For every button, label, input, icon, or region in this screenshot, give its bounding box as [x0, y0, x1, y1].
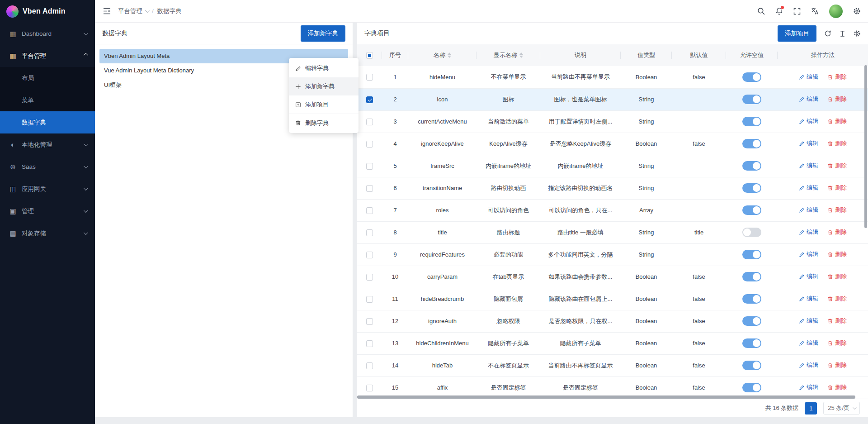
allow-null-toggle[interactable]	[742, 272, 761, 281]
row-checkbox[interactable]	[366, 207, 373, 214]
allow-null-toggle[interactable]	[742, 72, 761, 82]
allow-null-toggle[interactable]	[742, 205, 761, 215]
add-item-button[interactable]: 添加项目	[778, 25, 816, 42]
settings-gear-icon[interactable]	[853, 7, 861, 15]
notification-bell-icon[interactable]	[775, 7, 783, 15]
delete-button[interactable]: 删除	[827, 117, 847, 125]
delete-button[interactable]: 删除	[827, 184, 847, 192]
allow-null-toggle[interactable]	[742, 250, 761, 259]
allow-null-toggle[interactable]	[742, 294, 761, 304]
column-header-1[interactable]: 名称	[408, 44, 476, 66]
allow-null-toggle[interactable]	[742, 95, 761, 104]
edit-button[interactable]: 编辑	[799, 361, 818, 369]
edit-button[interactable]: 编辑	[799, 95, 818, 103]
delete-button[interactable]: 删除	[827, 206, 847, 214]
row-checkbox[interactable]	[366, 385, 373, 391]
delete-button[interactable]: 删除	[827, 228, 847, 236]
pagination-page-1[interactable]: 1	[805, 402, 817, 414]
row-checkbox[interactable]	[366, 96, 373, 103]
row-checkbox[interactable]	[366, 296, 373, 303]
delete-button[interactable]: 删除	[827, 272, 847, 281]
row-checkbox[interactable]	[366, 252, 373, 258]
context-menu-item-0[interactable]: 编辑字典	[289, 59, 359, 77]
fullscreen-icon[interactable]	[793, 8, 801, 15]
delete-button[interactable]: 删除	[827, 250, 847, 258]
breadcrumb-label: 平台管理	[118, 7, 142, 15]
vertical-scrollbar[interactable]	[864, 65, 867, 228]
context-menu-item-3[interactable]: 删除字典	[289, 114, 359, 132]
delete-button[interactable]: 删除	[827, 361, 847, 369]
allow-null-toggle[interactable]	[742, 228, 761, 237]
row-checkbox[interactable]	[366, 74, 373, 81]
allow-null-toggle[interactable]	[742, 383, 761, 392]
delete-button[interactable]: 删除	[827, 95, 847, 103]
delete-button[interactable]: 删除	[827, 295, 847, 303]
row-height-icon[interactable]	[839, 30, 846, 37]
sidebar-collapse-icon[interactable]	[103, 8, 111, 14]
context-menu-item-2[interactable]: 添加项目	[289, 95, 359, 114]
app-logo[interactable]: Vben Admin	[0, 0, 95, 23]
breadcrumb-item-dictionary[interactable]: 数据字典	[157, 7, 182, 15]
allow-null-toggle[interactable]	[742, 338, 761, 348]
sidebar-item-localization[interactable]: ◐ 本地化管理	[0, 133, 95, 156]
breadcrumb-item-platform[interactable]: 平台管理	[118, 7, 148, 15]
edit-button[interactable]: 编辑	[799, 339, 818, 347]
delete-button[interactable]: 删除	[827, 162, 847, 170]
row-checkbox[interactable]	[366, 141, 373, 148]
edit-button[interactable]: 编辑	[799, 117, 818, 125]
allow-null-toggle[interactable]	[742, 316, 761, 326]
translate-icon[interactable]	[811, 7, 819, 15]
edit-button[interactable]: 编辑	[799, 73, 818, 81]
sidebar-subitem-0[interactable]: 布局	[0, 67, 95, 89]
edit-button[interactable]: 编辑	[799, 206, 818, 214]
horizontal-scrollbar[interactable]	[357, 395, 855, 399]
add-new-dictionary-button[interactable]: 添加新字典	[301, 25, 346, 42]
row-checkbox[interactable]	[366, 119, 373, 125]
sidebar-item-gateway[interactable]: ◫ 应用网关	[0, 178, 95, 200]
edit-button[interactable]: 编辑	[799, 228, 818, 236]
sidebar-subitem-1[interactable]: 菜单	[0, 89, 95, 111]
context-menu-item-1[interactable]: 添加新字典	[289, 77, 359, 95]
allow-null-toggle[interactable]	[742, 117, 761, 126]
sort-icon[interactable]	[519, 52, 523, 58]
row-checkbox[interactable]	[366, 274, 373, 281]
sidebar-item-platform[interactable]: ▥ 平台管理	[0, 45, 95, 67]
search-icon[interactable]	[757, 7, 765, 15]
edit-button[interactable]: 编辑	[799, 250, 818, 258]
delete-button[interactable]: 删除	[827, 139, 847, 148]
edit-button[interactable]: 编辑	[799, 162, 818, 170]
allow-null-toggle[interactable]	[742, 161, 761, 171]
sidebar-item-saas[interactable]: ⊕ Saas	[0, 156, 95, 178]
edit-button[interactable]: 编辑	[799, 317, 818, 325]
user-avatar[interactable]	[829, 5, 843, 18]
row-checkbox[interactable]	[366, 318, 373, 325]
allow-null-toggle[interactable]	[742, 361, 761, 370]
page-size-select[interactable]: 25 条/页	[823, 402, 860, 414]
sidebar-item-storage[interactable]: ▤ 对象存储	[0, 222, 95, 244]
sidebar-item-dashboard[interactable]: ▦ Dashboard	[0, 23, 95, 45]
refresh-icon[interactable]	[824, 30, 831, 37]
row-checkbox[interactable]	[366, 362, 373, 369]
sidebar-subitem-2[interactable]: 数据字典	[0, 111, 95, 133]
row-checkbox[interactable]	[366, 163, 373, 170]
select-all-checkbox[interactable]	[366, 52, 373, 59]
column-settings-gear-icon[interactable]	[854, 30, 861, 37]
gateway-icon: ◫	[9, 185, 17, 193]
delete-button[interactable]: 删除	[827, 339, 847, 347]
allow-null-toggle[interactable]	[742, 183, 761, 193]
edit-button[interactable]: 编辑	[799, 272, 818, 281]
allow-null-toggle[interactable]	[742, 139, 761, 148]
delete-button[interactable]: 删除	[827, 73, 847, 81]
row-checkbox[interactable]	[366, 185, 373, 192]
edit-button[interactable]: 编辑	[799, 139, 818, 148]
edit-button[interactable]: 编辑	[799, 184, 818, 192]
row-checkbox[interactable]	[366, 229, 373, 236]
edit-button[interactable]: 编辑	[799, 295, 818, 303]
delete-button[interactable]: 删除	[827, 317, 847, 325]
column-header-2[interactable]: 显示名称	[476, 44, 540, 66]
sidebar-item-management[interactable]: ▣ 管理	[0, 200, 95, 222]
sort-icon[interactable]	[448, 52, 451, 58]
row-checkbox[interactable]	[366, 340, 373, 347]
edit-button[interactable]: 编辑	[799, 383, 818, 391]
delete-button[interactable]: 删除	[827, 383, 847, 391]
